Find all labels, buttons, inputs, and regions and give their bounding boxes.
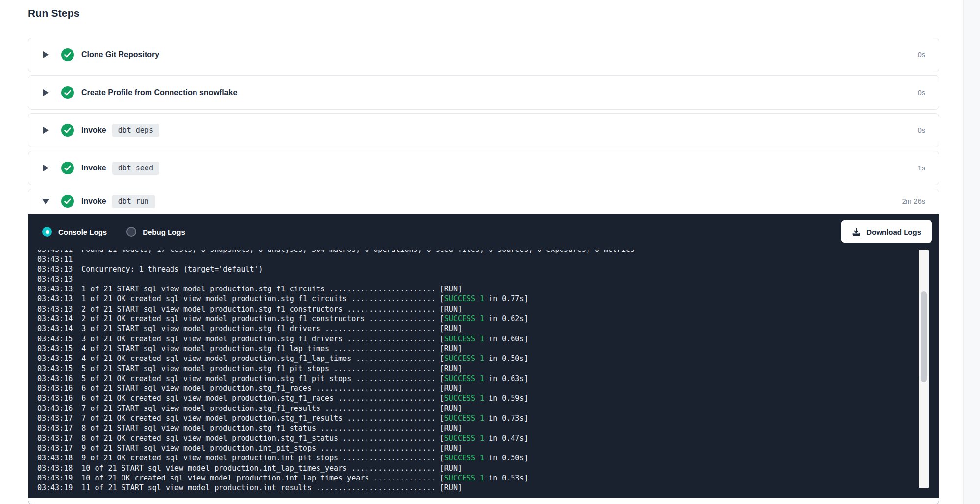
success-check-icon [61,48,74,61]
log-line: 03:43:15 4 of 21 OK created sql view mod… [37,354,939,363]
success-check-icon [61,86,74,99]
log-status-success: SUCCESS 1 [444,314,484,323]
log-line: 03:43:17 9 of 21 START sql view model pr… [37,443,939,453]
log-lines: 03:43:11 Found 21 models, 17 tests, 0 sn… [37,250,939,493]
log-status-success: SUCCESS 1 [444,374,484,383]
step-duration: 2m 26s [902,197,925,205]
step-label: Clone Git Repository [81,50,159,59]
run-step-card: Create Profile from Connection snowflake… [28,75,939,110]
log-scrollbar-thumb[interactable] [921,291,927,382]
expand-caret-icon[interactable] [42,198,49,205]
run-step-header[interactable]: Invoke dbt run 2m 26s [28,189,939,214]
log-line: 03:43:11 Found 21 models, 17 tests, 0 sn… [37,250,939,254]
expand-caret-icon[interactable] [42,127,49,134]
log-line: 03:43:13 2 of 21 START sql view model pr… [37,304,939,314]
log-status-success: SUCCESS 1 [444,414,484,423]
download-icon [852,228,860,236]
success-check-icon [61,162,74,174]
run-steps-section: Run Steps Clone Git Repository 0s Create… [28,0,939,504]
log-line: 03:43:16 7 of 21 START sql view model pr… [37,404,939,413]
run-step-header[interactable]: Invoke dbt deps 0s [28,114,939,147]
log-line: 03:43:15 4 of 21 START sql view model pr… [37,344,939,354]
log-status-success: SUCCESS 1 [444,335,484,343]
log-line: 03:43:18 10 of 21 START sql view model p… [37,463,939,473]
log-line: 03:43:16 6 of 21 START sql view model pr… [37,384,939,393]
log-status-success: SUCCESS 1 [444,354,484,363]
radio-selected-icon[interactable] [42,227,52,237]
page-title: Run Steps [28,7,939,19]
step-duration: 0s [918,89,925,96]
radio-unselected-icon[interactable] [126,227,136,237]
step-command-badge: dbt seed [112,162,159,175]
console-logs-radio[interactable]: Console Logs [42,227,107,237]
log-line: 03:43:16 5 of 21 OK created sql view mod… [37,374,939,384]
log-line: 03:43:14 3 of 21 START sql view model pr… [37,324,939,334]
log-line: 03:43:13 [37,274,939,284]
expand-caret-icon[interactable] [42,165,49,171]
step-duration: 0s [918,126,925,134]
log-line: 03:43:17 7 of 21 OK created sql view mod… [37,413,939,423]
run-step-header[interactable]: Clone Git Repository 0s [28,38,939,72]
console-logs-label: Console Logs [58,228,107,236]
log-line: 03:43:18 9 of 21 OK created sql view mod… [37,453,939,463]
page-right-gutter [963,0,980,504]
log-line: 03:43:16 6 of 21 OK created sql view mod… [37,393,939,403]
log-line: 03:43:19 11 of 21 START sql view model p… [37,483,939,493]
log-line: 03:43:17 8 of 21 OK created sql view mod… [37,433,939,443]
expand-caret-icon[interactable] [42,89,49,96]
step-label: Invoke [81,126,106,135]
step-command-badge: dbt deps [112,124,159,137]
run-step-card: Invoke dbt run 2m 26s Console Logs Debug… [28,189,939,504]
log-scrollbar-track[interactable] [919,250,929,488]
step-label: Create Profile from Connection snowflake [81,88,237,97]
log-line: 03:43:11 [37,254,939,264]
log-line: 03:43:13 1 of 21 START sql view model pr… [37,284,939,294]
log-line: 03:43:13 Concurrency: 1 threads (target=… [37,264,939,274]
debug-logs-radio[interactable]: Debug Logs [126,227,185,237]
step-label: Invoke [81,197,106,206]
log-line: 03:43:15 3 of 21 OK created sql view mod… [37,334,939,344]
log-line: 03:43:19 10 of 21 OK created sql view mo… [37,473,939,483]
log-line: 03:43:14 2 of 21 OK created sql view mod… [37,314,939,324]
download-logs-label: Download Logs [866,228,921,236]
log-line: 03:43:13 1 of 21 OK created sql view mod… [37,294,939,304]
log-viewport[interactable]: 03:43:11 Found 21 models, 17 tests, 0 sn… [28,250,939,498]
step-command-badge: dbt run [112,195,155,208]
log-toolbar: Console Logs Debug Logs Download Logs [28,214,939,250]
run-step-card: Clone Git Repository 0s [28,38,939,72]
step-duration: 0s [918,51,925,59]
run-step-header[interactable]: Invoke dbt seed 1s [28,151,939,185]
debug-logs-label: Debug Logs [143,228,185,236]
run-step-header[interactable]: Create Profile from Connection snowflake… [28,76,939,109]
log-status-success: SUCCESS 1 [444,474,484,482]
log-status-success: SUCCESS 1 [444,394,484,403]
expanded-card-footer [28,498,939,504]
log-status-success: SUCCESS 1 [444,434,484,443]
download-logs-button[interactable]: Download Logs [841,220,932,243]
log-line: 03:43:17 8 of 21 START sql view model pr… [37,423,939,433]
expand-caret-icon[interactable] [42,51,49,58]
run-step-card: Invoke dbt seed 1s [28,151,939,185]
success-check-icon [61,195,74,208]
run-step-card: Invoke dbt deps 0s [28,113,939,147]
log-status-success: SUCCESS 1 [444,294,484,303]
success-check-icon [61,124,74,137]
log-status-success: SUCCESS 1 [444,454,484,462]
run-steps-list: Clone Git Repository 0s Create Profile f… [28,38,939,504]
console-log-panel: Console Logs Debug Logs Download Logs 03… [28,214,939,504]
log-line: 03:43:15 5 of 21 START sql view model pr… [37,364,939,374]
step-duration: 1s [918,164,925,172]
step-label: Invoke [81,164,106,172]
